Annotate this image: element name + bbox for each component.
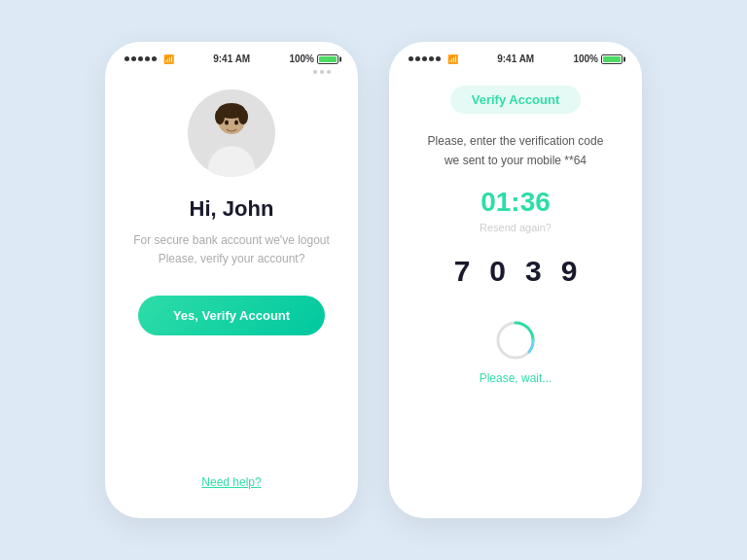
signal-dot: [415, 56, 420, 61]
battery-bar-2: [601, 54, 622, 64]
loading-indicator: Please, wait...: [480, 319, 552, 385]
wifi-icon-2: 📶: [447, 54, 458, 64]
countdown-timer: 01:36: [480, 187, 551, 218]
code-digit-1: 7: [454, 255, 471, 288]
signal-dot: [409, 56, 413, 61]
code-digit-3: 3: [525, 255, 542, 288]
greeting-subtitle: For secure bank account we've logout Ple…: [128, 231, 335, 268]
battery-bar-1: [317, 54, 338, 64]
status-time-2: 9:41 AM: [497, 53, 534, 64]
greeting-name: Hi, John: [190, 196, 274, 222]
more-dots: [313, 70, 335, 74]
signal-dot: [429, 56, 434, 61]
more-dot: [327, 70, 331, 74]
status-bar-1: 📶 9:41 AM 100%: [105, 42, 358, 70]
signal-dot: [422, 56, 427, 61]
status-left-2: 📶: [409, 54, 458, 64]
wifi-icon-1: 📶: [163, 54, 174, 64]
battery-fill-1: [319, 56, 337, 62]
signal-dot: [436, 56, 441, 61]
code-digit-4: 9: [561, 255, 578, 288]
more-dot: [313, 70, 317, 74]
battery-fill-2: [603, 56, 621, 62]
please-wait-label: Please, wait...: [480, 371, 552, 385]
svg-point-5: [225, 121, 229, 125]
phone-screen-2: 📶 9:41 AM 100% Verify Account Please, en…: [389, 42, 642, 518]
signal-dot: [131, 56, 136, 61]
svg-point-4: [238, 109, 248, 124]
status-battery-2: 100%: [573, 53, 622, 64]
help-link[interactable]: Need help?: [201, 475, 261, 489]
resend-link[interactable]: Resend again?: [480, 222, 551, 233]
status-left-1: 📶: [124, 54, 174, 64]
avatar-image: [188, 89, 275, 177]
signal-dot: [145, 56, 150, 61]
phone-content-2: Verify Account Please, enter the verific…: [389, 70, 642, 518]
code-digits-container: 7 0 3 9: [454, 255, 578, 288]
code-digit-2: 0: [489, 255, 506, 288]
battery-pct-2: 100%: [573, 53, 598, 64]
verify-account-badge: Verify Account: [450, 86, 582, 114]
signal-dot: [152, 56, 157, 61]
avatar: [188, 89, 275, 177]
status-bar-2: 📶 9:41 AM 100%: [389, 42, 642, 70]
more-dot: [320, 70, 324, 74]
svg-point-3: [215, 109, 225, 124]
signal-dot: [138, 56, 143, 61]
battery-pct-1: 100%: [289, 53, 314, 64]
phone-screen-1: 📶 9:41 AM 100%: [105, 42, 358, 518]
verify-description: Please, enter the verification codewe se…: [428, 131, 604, 171]
spinner-icon: [494, 319, 537, 362]
verify-account-button[interactable]: Yes, Verify Account: [138, 296, 325, 335]
status-time-1: 9:41 AM: [213, 53, 250, 64]
svg-point-6: [234, 121, 238, 125]
signal-dots-1: [124, 56, 157, 61]
status-battery-1: 100%: [289, 53, 338, 64]
screens-container: 📶 9:41 AM 100%: [105, 42, 642, 518]
signal-dots-2: [409, 56, 441, 61]
phone-content-1: Hi, John For secure bank account we've l…: [105, 70, 358, 518]
signal-dot: [124, 56, 129, 61]
